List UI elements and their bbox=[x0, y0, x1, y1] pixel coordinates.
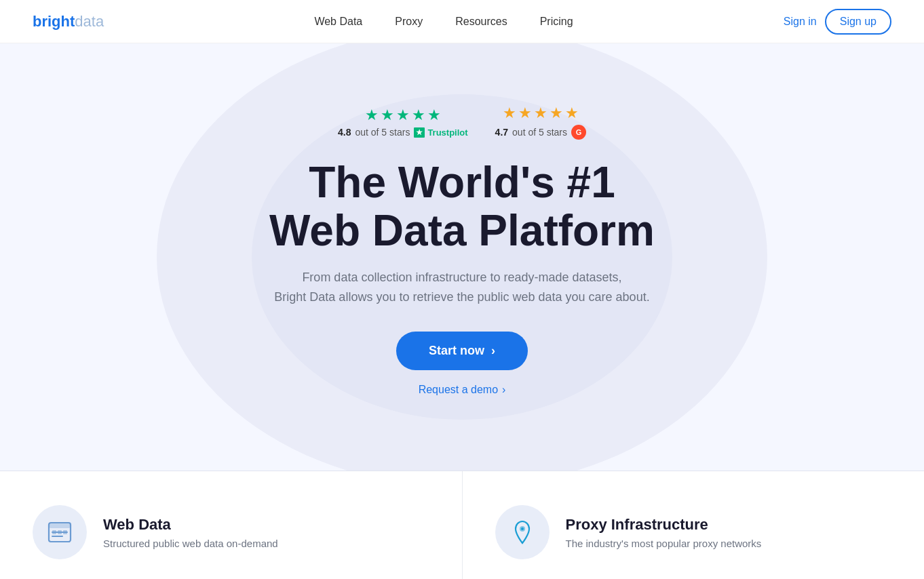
sign-in-link[interactable]: Sign in bbox=[784, 16, 817, 28]
proxy-card[interactable]: Proxy Infrastructure The industry's most… bbox=[463, 471, 925, 579]
trustpilot-brand: Trustpilot bbox=[427, 127, 467, 138]
demo-chevron-icon: › bbox=[502, 384, 505, 396]
web-data-icon-wrap bbox=[33, 505, 87, 559]
web-data-desc: Structured public web data on-demand bbox=[103, 538, 278, 549]
hero-content: ★ ★ ★ ★ ★ 4.8 out of 5 stars ★ Trustpilo… bbox=[269, 104, 655, 395]
hero-subtitle: From data collection infrastructure to r… bbox=[274, 268, 649, 307]
logo-bright: bright bbox=[33, 13, 75, 31]
hero-section: ★ ★ ★ ★ ★ 4.8 out of 5 stars ★ Trustpilo… bbox=[0, 43, 924, 471]
logo[interactable]: bright data bbox=[33, 13, 104, 31]
cards-section: Web Data Structured public web data on-d… bbox=[0, 471, 924, 579]
web-data-card[interactable]: Web Data Structured public web data on-d… bbox=[0, 471, 463, 579]
logo-data: data bbox=[75, 13, 104, 31]
nav-link-web-data[interactable]: Web Data bbox=[314, 16, 362, 28]
web-data-title: Web Data bbox=[103, 516, 278, 534]
trustpilot-score: 4.8 bbox=[338, 127, 351, 138]
svg-rect-5 bbox=[58, 530, 62, 534]
svg-rect-1 bbox=[49, 523, 71, 528]
hero-title-line1: The World's #1 bbox=[309, 158, 615, 207]
g2-rating: ★ ★ ★ ★ ★ 4.7 out of 5 stars G bbox=[495, 104, 586, 140]
star-1: ★ bbox=[365, 106, 379, 124]
star-2: ★ bbox=[381, 106, 394, 124]
trustpilot-out-of: out of 5 stars bbox=[355, 127, 410, 138]
hero-subtitle-line2: Bright Data allows you to retrieve the p… bbox=[274, 290, 649, 304]
trustpilot-rating: ★ ★ ★ ★ ★ 4.8 out of 5 stars ★ Trustpilo… bbox=[338, 106, 468, 138]
nav-link-pricing[interactable]: Pricing bbox=[540, 16, 573, 28]
nav-link-proxy[interactable]: Proxy bbox=[395, 16, 423, 28]
trustpilot-label: 4.8 out of 5 stars ★ Trustpilot bbox=[338, 127, 468, 138]
chevron-right-icon: › bbox=[491, 344, 495, 358]
request-demo-button[interactable]: Request a demo › bbox=[419, 384, 506, 396]
nav-links: Web Data Proxy Resources Pricing bbox=[314, 16, 573, 28]
nav-actions: Sign in Sign up bbox=[784, 9, 891, 35]
trustpilot-badge: ★ Trustpilot bbox=[414, 127, 467, 138]
ratings-row: ★ ★ ★ ★ ★ 4.8 out of 5 stars ★ Trustpilo… bbox=[338, 104, 586, 140]
start-now-label: Start now bbox=[429, 344, 484, 358]
svg-rect-6 bbox=[63, 530, 67, 534]
proxy-title: Proxy Infrastructure bbox=[566, 516, 762, 534]
g2-out-of: out of 5 stars bbox=[512, 127, 567, 138]
star-4: ★ bbox=[412, 106, 425, 124]
hero-title-line2: Web Data Platform bbox=[269, 206, 655, 255]
g2-star-4: ★ bbox=[550, 104, 563, 122]
star-5: ★ bbox=[427, 106, 441, 124]
g2-star-2: ★ bbox=[518, 104, 532, 122]
trustpilot-star-icon: ★ bbox=[414, 127, 425, 138]
proxy-icon-wrap bbox=[495, 505, 550, 559]
hero-title: The World's #1 Web Data Platform bbox=[269, 159, 655, 254]
proxy-text: Proxy Infrastructure The industry's most… bbox=[566, 516, 762, 549]
svg-point-8 bbox=[521, 527, 524, 530]
g2-badge-icon: G bbox=[571, 125, 586, 140]
web-data-icon bbox=[46, 519, 73, 546]
g2-label: 4.7 out of 5 stars G bbox=[495, 125, 586, 140]
sign-up-button[interactable]: Sign up bbox=[825, 9, 891, 35]
star-3: ★ bbox=[396, 106, 410, 124]
g2-stars: ★ ★ ★ ★ ★ bbox=[503, 104, 579, 122]
web-data-text: Web Data Structured public web data on-d… bbox=[103, 516, 278, 549]
g2-star-1: ★ bbox=[503, 104, 516, 122]
proxy-icon bbox=[509, 519, 536, 546]
start-now-button[interactable]: Start now › bbox=[396, 332, 528, 370]
nav-link-resources[interactable]: Resources bbox=[455, 16, 507, 28]
g2-star-5: ★ bbox=[565, 104, 579, 122]
navigation: bright data Web Data Proxy Resources Pri… bbox=[0, 0, 924, 43]
demo-label: Request a demo bbox=[419, 384, 498, 396]
hero-subtitle-line1: From data collection infrastructure to r… bbox=[302, 271, 621, 284]
g2-score: 4.7 bbox=[495, 127, 508, 138]
g2-star-3: ★ bbox=[534, 104, 547, 122]
trustpilot-stars: ★ ★ ★ ★ ★ bbox=[365, 106, 441, 124]
proxy-desc: The industry's most popular proxy networ… bbox=[566, 538, 762, 549]
svg-rect-4 bbox=[52, 530, 56, 534]
